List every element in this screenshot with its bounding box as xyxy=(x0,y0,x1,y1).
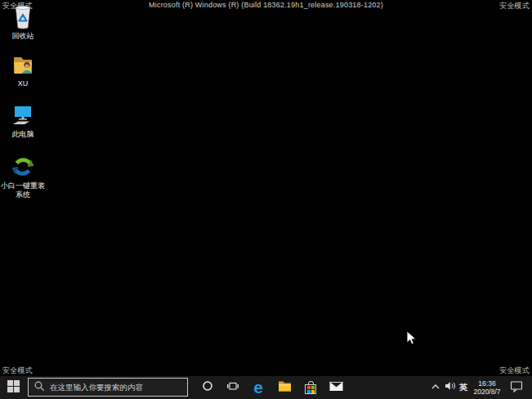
icon-label: 此电脑 xyxy=(12,130,34,139)
mail-button[interactable] xyxy=(324,376,347,399)
chevron-up-icon xyxy=(431,380,440,395)
tray-show-hidden-icons-button[interactable] xyxy=(430,376,441,399)
mail-icon xyxy=(329,380,343,395)
ime-language-label: 英 xyxy=(459,382,467,393)
desktop: Microsoft (R) Windows (R) (Build 18362.1… xyxy=(0,0,532,399)
tray-ime-indicator[interactable]: 英 xyxy=(457,376,470,399)
search-input[interactable] xyxy=(50,383,182,392)
icon-label: 回收站 xyxy=(12,32,34,41)
clock-date: 2020/8/7 xyxy=(471,388,503,396)
xiaobai-reinstall-icon xyxy=(10,154,36,180)
edge-button[interactable]: e xyxy=(247,376,270,399)
cortana-icon xyxy=(201,379,214,396)
build-watermark: Microsoft (R) Windows (R) (Build 18362.1… xyxy=(0,1,532,9)
icon-label: XU xyxy=(18,79,29,88)
user-folder-icon xyxy=(10,52,36,78)
this-pc-icon xyxy=(10,102,36,128)
desktop-icon-user-folder-xu[interactable]: XU xyxy=(0,52,46,88)
clock-time: 16:36 xyxy=(471,379,503,388)
tray-clock[interactable]: 16:36 2020/8/7 xyxy=(471,376,503,399)
task-view-button[interactable] xyxy=(221,376,244,399)
safe-mode-label-bottom-right: 安全模式 xyxy=(499,365,530,376)
windows-start-icon xyxy=(7,380,20,396)
store-button[interactable] xyxy=(299,376,322,399)
speaker-icon xyxy=(445,380,456,395)
safe-mode-label-bottom-left: 安全模式 xyxy=(2,365,33,376)
desktop-icon-this-pc[interactable]: 此电脑 xyxy=(0,102,46,139)
recycle-bin-icon xyxy=(10,4,36,30)
action-center-icon xyxy=(510,379,523,396)
taskbar-search-box[interactable] xyxy=(28,378,188,397)
search-icon xyxy=(34,380,45,395)
action-center-button[interactable] xyxy=(507,376,526,399)
cortana-button[interactable] xyxy=(196,376,219,399)
file-explorer-button[interactable] xyxy=(273,376,296,399)
task-view-icon xyxy=(226,379,239,396)
safe-mode-label-top-right: 安全模式 xyxy=(499,1,530,11)
taskbar: e xyxy=(0,376,532,399)
edge-icon: e xyxy=(253,379,263,396)
icon-label: 小白一键重装系统 xyxy=(0,182,46,200)
file-explorer-icon xyxy=(278,380,292,396)
desktop-icon-recycle-bin[interactable]: 回收站 xyxy=(0,4,46,41)
mouse-cursor xyxy=(406,330,417,349)
tray-volume-button[interactable] xyxy=(443,376,457,399)
store-icon xyxy=(305,381,316,394)
desktop-icon-xiaobai-reinstall[interactable]: 小白一键重装系统 xyxy=(0,154,46,200)
start-button[interactable] xyxy=(0,376,27,399)
